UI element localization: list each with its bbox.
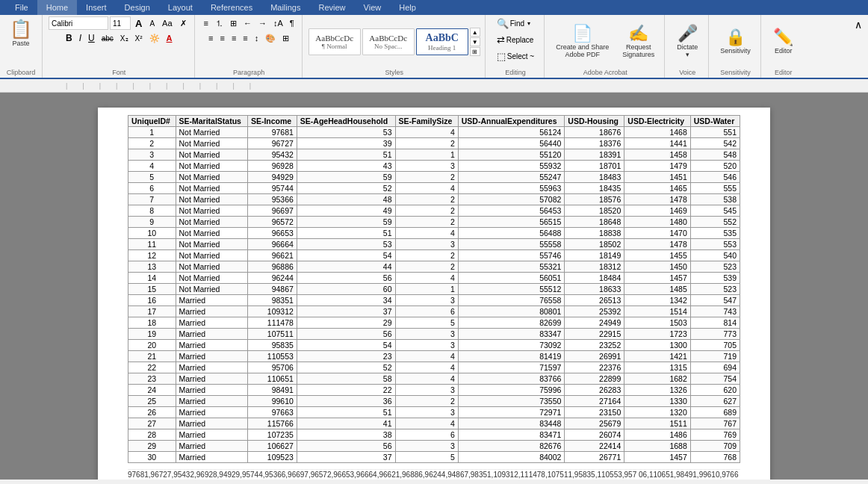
table-cell: 76558: [458, 295, 565, 306]
tab-mailings[interactable]: Mailings: [261, 0, 309, 15]
show-marks-button[interactable]: ¶: [287, 16, 297, 30]
shading-button[interactable]: 🎨: [262, 31, 279, 45]
tab-design[interactable]: Design: [116, 0, 159, 15]
gallery-scroll-up[interactable]: ▲: [470, 28, 480, 37]
subscript-button[interactable]: X₂: [117, 31, 131, 45]
collapse-ribbon-button[interactable]: ∧: [852, 18, 865, 31]
table-cell: 1: [395, 149, 458, 161]
tab-home[interactable]: Home: [37, 0, 77, 15]
find-button[interactable]: 🔍 Find ▾: [492, 16, 536, 31]
table-row: 22Married9570652471597223761315694: [128, 362, 740, 373]
table-cell: 96621: [247, 250, 297, 261]
create-pdf-button[interactable]: 📄 Create and ShareAdobe PDF: [551, 22, 614, 62]
justify-button[interactable]: ≡: [240, 31, 250, 45]
editor-button[interactable]: ✏️ Editor: [767, 25, 800, 58]
table-cell: 1320: [624, 407, 690, 418]
tab-help[interactable]: Help: [390, 0, 425, 15]
style-no-spacing[interactable]: AaBbCcDc No Spac...: [362, 28, 415, 55]
table-cell: 539: [690, 273, 740, 284]
table-cell: 43: [297, 161, 395, 172]
clear-formatting-button[interactable]: ✗: [177, 16, 190, 30]
table-cell: 55120: [458, 149, 565, 161]
tab-file[interactable]: File: [6, 0, 37, 15]
change-case-button[interactable]: Aa: [159, 16, 175, 30]
font-size-input[interactable]: [110, 16, 131, 30]
table-cell: 83448: [458, 418, 565, 429]
font-grow-button[interactable]: A: [132, 16, 145, 30]
table-cell: 3: [395, 295, 458, 306]
align-right-button[interactable]: ≡: [229, 31, 239, 45]
data-table: UniqueID#SE-MaritalStatusSE-IncomeSE-Age…: [128, 115, 740, 463]
strikethrough-button[interactable]: abc: [99, 31, 117, 45]
numbering-button[interactable]: ⒈: [212, 16, 226, 30]
highlight-button[interactable]: 🔆: [146, 31, 163, 45]
tab-insert[interactable]: Insert: [77, 0, 116, 15]
dictate-group: 🎤 Dictate▾ Voice: [666, 15, 709, 78]
bullets-button[interactable]: ≡: [201, 16, 211, 30]
find-icon: 🔍: [497, 18, 509, 29]
table-cell: 6: [395, 429, 458, 441]
table-cell: 545: [690, 205, 740, 217]
table-row: 5Not Married9492959255247184831451546: [128, 172, 740, 183]
paragraph-group: ≡ ⒈ ⊞ ← → ↕A ¶ ≡ ≡ ≡ ≡ ↕ 🎨 ⊞ Paragraph: [196, 15, 303, 78]
table-cell: 52: [297, 362, 395, 373]
table-cell: 59: [297, 217, 395, 228]
table-cell: 10: [128, 228, 176, 239]
tab-layout[interactable]: Layout: [159, 0, 202, 15]
gallery-expand[interactable]: ⊞: [470, 47, 480, 56]
replace-button[interactable]: ⇄ Replace: [492, 33, 539, 47]
table-cell: 73550: [458, 396, 565, 407]
table-cell: 34: [297, 295, 395, 306]
table-cell: 553: [690, 239, 740, 250]
multilevel-list-button[interactable]: ⊞: [227, 16, 240, 30]
table-cell: 15: [128, 284, 176, 295]
tab-view[interactable]: View: [355, 0, 391, 15]
font-color-button[interactable]: A: [164, 31, 176, 45]
table-cell: 107235: [247, 429, 297, 441]
increase-indent-button[interactable]: →: [255, 16, 270, 30]
underline-button[interactable]: U: [85, 31, 98, 45]
table-cell: 1450: [624, 261, 690, 273]
table-row: 16Married9835134376558265131342547: [128, 295, 740, 306]
table-row: 15Not Married9486760155512186331485523: [128, 284, 740, 295]
table-cell: 548: [690, 149, 740, 161]
superscript-button[interactable]: X²: [132, 31, 146, 45]
italic-button[interactable]: I: [76, 31, 84, 45]
clipboard-group: 📋 Paste Clipboard: [0, 15, 43, 78]
table-cell: 6: [128, 183, 176, 194]
table-cell: 22899: [565, 373, 624, 385]
font-shrink-button[interactable]: A: [146, 16, 158, 30]
style-normal[interactable]: AaBbCcDc ¶ Normal: [309, 28, 361, 55]
select-button[interactable]: ⬚ Select ~: [492, 49, 539, 63]
table-cell: 115766: [247, 418, 297, 429]
styles-group-label: Styles: [385, 69, 403, 76]
table-cell: Married: [176, 362, 247, 373]
table-cell: 1682: [624, 373, 690, 385]
request-signatures-button[interactable]: ✍ RequestSignatures: [617, 22, 660, 62]
table-cell: 552: [690, 217, 740, 228]
dictate-button[interactable]: 🎤 Dictate▾: [671, 22, 704, 62]
table-cell: 18838: [565, 228, 624, 239]
line-spacing-button[interactable]: ↕: [252, 31, 262, 45]
align-left-button[interactable]: ≡: [205, 31, 216, 45]
sort-button[interactable]: ↕A: [270, 16, 286, 30]
table-row: 19Married10751156383347229151723773: [128, 329, 740, 340]
table-cell: 23150: [565, 407, 624, 418]
table-cell: 73092: [458, 340, 565, 351]
paste-button[interactable]: 📋 Paste: [4, 16, 37, 51]
align-center-button[interactable]: ≡: [217, 31, 227, 45]
borders-button[interactable]: ⊞: [279, 31, 292, 45]
font-name-input[interactable]: [49, 16, 108, 30]
bold-button[interactable]: B: [63, 31, 75, 45]
paragraph-group-label: Paragraph: [233, 69, 264, 76]
table-cell: 18676: [565, 127, 624, 138]
sensitivity-button[interactable]: 🔒 Sensitivity: [715, 25, 756, 58]
decrease-indent-button[interactable]: ←: [241, 16, 255, 30]
tab-review[interactable]: Review: [310, 0, 355, 15]
style-heading1[interactable]: AaBbC Heading 1: [416, 28, 468, 55]
table-cell: 23: [128, 373, 176, 385]
table-cell: 95744: [247, 183, 297, 194]
tab-references[interactable]: References: [202, 0, 261, 15]
gallery-scroll-down[interactable]: ▼: [470, 37, 480, 46]
paste-icon: 📋: [10, 20, 32, 38]
